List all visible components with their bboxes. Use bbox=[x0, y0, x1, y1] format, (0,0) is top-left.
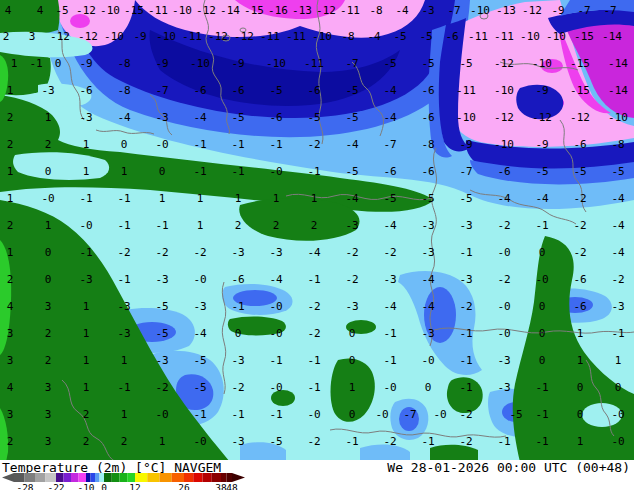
temp-value-label: -0 bbox=[611, 408, 624, 421]
temp-value-label: -5 bbox=[307, 111, 320, 124]
temp-value-label: -5 bbox=[155, 327, 168, 340]
temp-value-label: -2 bbox=[307, 435, 320, 448]
temp-value-label: -13 bbox=[496, 4, 516, 17]
temp-value-label: 0 bbox=[425, 381, 432, 394]
temp-value-label: 2 bbox=[7, 435, 14, 448]
temp-value-label: -3 bbox=[155, 111, 168, 124]
temp-value-label: -1 bbox=[269, 138, 282, 151]
temp-value-label: -2 bbox=[307, 138, 320, 151]
temp-value-label: -5 bbox=[419, 30, 432, 43]
temp-value-label: 3 bbox=[45, 381, 52, 394]
colorbar-tick-label: 38 bbox=[215, 482, 227, 490]
colorbar-segment bbox=[104, 473, 112, 482]
temp-value-label: -1 bbox=[307, 354, 320, 367]
temp-value-label: 2 bbox=[121, 435, 128, 448]
temp-value-label: -15 bbox=[570, 84, 590, 97]
temp-value-label: -15 bbox=[124, 4, 144, 17]
temp-value-label: -5 bbox=[193, 354, 206, 367]
temp-value-label: -3 bbox=[41, 84, 54, 97]
temp-value-label: -0 bbox=[193, 273, 206, 286]
temp-value-label: -10 bbox=[520, 30, 540, 43]
colorbar-segment bbox=[79, 473, 87, 482]
temp-value-label: -3 bbox=[79, 111, 92, 124]
temp-value-label: -5 bbox=[393, 30, 406, 43]
temp-value-label: -1 bbox=[79, 246, 92, 259]
temp-value-label: 2 bbox=[311, 219, 318, 232]
temp-value-label: -12 bbox=[78, 30, 98, 43]
colorbar-segment bbox=[127, 473, 135, 482]
legend-bar: Temperature (2m) [°C] NAVGEM We 28-01-20… bbox=[0, 460, 634, 490]
temp-value-label: 2 bbox=[7, 219, 14, 232]
colorbar-tick-label: 26 bbox=[178, 482, 190, 490]
temp-value-label: 0 bbox=[55, 57, 62, 70]
temp-value-label: 2 bbox=[45, 354, 52, 367]
temp-value-label: 2 bbox=[7, 273, 14, 286]
temp-value-label: -5 bbox=[231, 111, 244, 124]
temp-value-label: -11 bbox=[340, 4, 360, 17]
temp-value-label: -6 bbox=[497, 165, 510, 178]
temp-value-label: -6 bbox=[573, 138, 586, 151]
temp-value-label: -14 bbox=[608, 57, 628, 70]
temp-value-label: -4 bbox=[383, 111, 397, 124]
temp-value-label: -3 bbox=[421, 219, 434, 232]
temp-value-label: -7 bbox=[383, 138, 396, 151]
temp-value-label: 0 bbox=[349, 327, 356, 340]
temp-value-label: -8 bbox=[369, 4, 382, 17]
temp-value-label: -1 bbox=[193, 165, 206, 178]
temp-value-label: 0 bbox=[121, 138, 128, 151]
temp-value-label: -4 bbox=[345, 192, 359, 205]
temp-value-label: -12 bbox=[196, 4, 216, 17]
weather-map-screenshot: 44-5-12-10-15-11-10-12-14-15-16-13-12-11… bbox=[0, 0, 634, 490]
temp-value-label: -12 bbox=[316, 4, 336, 17]
colorbar-segment bbox=[35, 473, 46, 482]
temp-value-label: -1 bbox=[535, 381, 548, 394]
temp-value-label: -1 bbox=[307, 273, 320, 286]
temp-value-label: 1 bbox=[45, 111, 52, 124]
temp-value-label: -10 bbox=[172, 4, 192, 17]
temp-value-label: 1 bbox=[7, 246, 14, 259]
temp-value-label: -4 bbox=[383, 300, 397, 313]
temp-value-label: -12 bbox=[76, 4, 96, 17]
temp-value-label: -1 bbox=[459, 246, 472, 259]
temp-value-label: -5 bbox=[155, 300, 168, 313]
temp-value-label: -6 bbox=[193, 84, 206, 97]
temp-value-label: 0 bbox=[45, 165, 52, 178]
temp-value-label: -1 bbox=[611, 327, 624, 340]
temp-value-label: -0 bbox=[433, 408, 446, 421]
temp-value-label: -6 bbox=[231, 84, 244, 97]
temp-value-label: -7 bbox=[459, 165, 472, 178]
temp-value-label: -1 bbox=[307, 381, 320, 394]
temp-value-label: -5 bbox=[421, 192, 434, 205]
temp-value-label: -2 bbox=[611, 273, 624, 286]
temp-value-label: 1 bbox=[121, 354, 128, 367]
temp-value-label: -3 bbox=[459, 273, 472, 286]
temp-value-label: -2 bbox=[573, 219, 586, 232]
temp-value-label: 2 bbox=[7, 111, 14, 124]
temp-value-label: -0 bbox=[421, 354, 434, 367]
temp-value-label: -0 bbox=[383, 381, 396, 394]
temp-value-label: -10 bbox=[494, 138, 514, 151]
temp-value-label: -2 bbox=[155, 381, 168, 394]
temp-value-label: -1 bbox=[79, 192, 92, 205]
temp-value-label: -0 bbox=[155, 138, 168, 151]
temp-value-label: -1 bbox=[383, 327, 396, 340]
temp-value-label: -0 bbox=[269, 300, 282, 313]
temp-value-label: -0 bbox=[497, 246, 510, 259]
temp-value-label: -1 bbox=[535, 435, 548, 448]
temp-value-label: -2 bbox=[117, 246, 130, 259]
temp-value-label: -1 bbox=[231, 138, 244, 151]
temp-value-label: -1 bbox=[535, 219, 548, 232]
temp-value-label: -2 bbox=[193, 246, 206, 259]
temp-value-label: -14 bbox=[220, 4, 240, 17]
temp-value-label: 1 bbox=[7, 192, 14, 205]
temp-value-label: -2 bbox=[307, 327, 320, 340]
temp-value-label: -11 bbox=[494, 30, 514, 43]
temp-value-label: -3 bbox=[231, 435, 244, 448]
temp-value-label: 2 bbox=[3, 30, 10, 43]
temp-value-label: 0 bbox=[539, 300, 546, 313]
temp-value-label: 4 bbox=[7, 381, 14, 394]
temp-value-label: -12 bbox=[50, 30, 70, 43]
temp-value-label: -10 bbox=[104, 30, 124, 43]
temp-value-label: -5 bbox=[345, 84, 358, 97]
temp-value-label: 1 bbox=[83, 138, 90, 151]
